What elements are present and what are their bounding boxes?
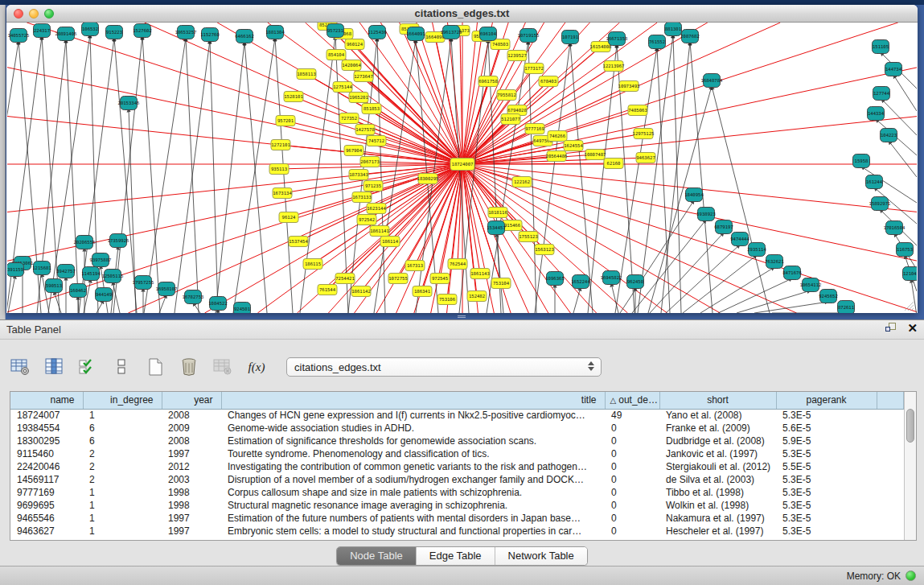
graph-node[interactable]: 935113: [269, 164, 289, 175]
graph-node[interactable]: 967904: [344, 146, 363, 156]
tab-edge-table[interactable]: Edge Table: [417, 547, 495, 565]
graph-node[interactable]: 851853: [362, 104, 381, 114]
graph-node[interactable]: 121045: [903, 267, 918, 281]
graph-node[interactable]: 7485063: [628, 105, 647, 116]
graph-node[interactable]: 186114: [380, 237, 400, 247]
graph-node[interactable]: 753106: [437, 295, 457, 305]
graph-node[interactable]: 1861141: [370, 226, 389, 237]
graph-node[interactable]: 1652244: [571, 275, 590, 289]
graph-node[interactable]: 16671358: [606, 32, 629, 46]
column-header-name[interactable]: name: [10, 392, 83, 409]
graph-node[interactable]: 391159: [7, 263, 24, 277]
graph-node[interactable]: 104223: [881, 129, 897, 142]
graph-node[interactable]: 107191: [562, 31, 579, 44]
graph-node[interactable]: 1534457: [487, 221, 506, 235]
graph-node[interactable]: 106532: [82, 23, 99, 36]
graph-node[interactable]: 2087682: [680, 30, 700, 43]
graph-node[interactable]: 971235: [363, 181, 383, 192]
graph-node[interactable]: 144734: [885, 63, 902, 76]
table-row[interactable]: 911546021997Tourette syndrome. Phenomeno…: [10, 447, 903, 460]
graph-node[interactable]: 18300295: [417, 174, 439, 184]
graph-node[interactable]: 1881304: [265, 26, 285, 39]
graph-node[interactable]: 1873343: [349, 170, 368, 180]
graph-node[interactable]: 20153346: [118, 97, 140, 110]
graph-node[interactable]: 1623144: [367, 204, 386, 214]
graph-node[interactable]: 957201: [276, 116, 295, 126]
graph-node[interactable]: 1084522: [208, 297, 228, 311]
graph-node[interactable]: 3942757: [56, 265, 76, 278]
graph-node[interactable]: 144334: [868, 107, 885, 121]
graph-node[interactable]: 590513: [46, 279, 63, 293]
graph-node[interactable]: 9474444: [730, 233, 749, 246]
graph-node[interactable]: 10653257: [175, 26, 197, 39]
graph-node[interactable]: 96124: [279, 212, 298, 223]
graph-node[interactable]: 1528101: [284, 92, 303, 102]
graph-node[interactable]: 186341: [413, 286, 432, 297]
graph-node[interactable]: 15958: [853, 154, 870, 168]
graph-node[interactable]: 7632621: [765, 255, 784, 269]
graph-node[interactable]: 16848784: [701, 74, 724, 88]
graph-node[interactable]: 10654112: [800, 278, 822, 292]
column-header-short[interactable]: short: [659, 392, 776, 409]
graph-node[interactable]: 8471676: [782, 266, 802, 280]
graph-node[interactable]: 14055725: [8, 29, 30, 43]
graph-node[interactable]: 678403: [539, 76, 558, 87]
graph-node[interactable]: 972542: [357, 215, 376, 225]
graph-node[interactable]: 152482: [467, 291, 487, 302]
graph-node[interactable]: 1840954: [684, 188, 704, 202]
column-header-year[interactable]: year: [162, 392, 221, 409]
graph-node[interactable]: 6879197: [714, 220, 733, 234]
function-builder-icon[interactable]: f(x): [244, 355, 269, 379]
graph-node[interactable]: 161244: [866, 175, 883, 189]
graph-node[interactable]: 1858113: [297, 69, 316, 80]
graph-node[interactable]: 20206556: [74, 236, 96, 249]
graph-node[interactable]: 224317: [34, 24, 51, 38]
table-row[interactable]: 1938455462009Genome-wide association stu…: [10, 422, 903, 435]
graph-node[interactable]: 1145194: [81, 267, 101, 281]
graph-node[interactable]: 1420064: [342, 60, 361, 71]
graph-node[interactable]: 1272101: [271, 140, 290, 150]
table-row[interactable]: 1830029562008Estimation of significance …: [10, 435, 903, 447]
graph-node[interactable]: 1861143: [470, 269, 490, 279]
column-header-out-de-[interactable]: △out_de…: [605, 392, 659, 409]
scrollbar-thumb[interactable]: [906, 409, 914, 443]
graph-node[interactable]: 12505115: [102, 270, 124, 283]
graph-node[interactable]: 17016504: [884, 221, 906, 235]
graph-node[interactable]: 854104: [326, 50, 346, 60]
network-graph[interactable]: 1830029522406896012485410414200641273647…: [7, 23, 917, 313]
graph-node[interactable]: 2067173: [360, 157, 380, 167]
graph-node[interactable]: 186115: [303, 259, 322, 270]
graph-node[interactable]: 1275144: [333, 82, 352, 93]
graph-node[interactable]: 696104: [480, 27, 497, 41]
graph-node[interactable]: 10719155: [518, 29, 540, 43]
graph-node[interactable]: 972545: [430, 274, 450, 284]
graph-node[interactable]: 10973493: [618, 81, 640, 92]
graph-node[interactable]: 1563123: [535, 245, 554, 255]
graph-node[interactable]: 93975887: [90, 253, 112, 267]
graph-node[interactable]: 19613729: [441, 26, 462, 39]
graph-node[interactable]: 761552: [649, 35, 666, 49]
graph-node[interactable]: 127744: [873, 87, 890, 101]
graph-node[interactable]: 16958107: [156, 282, 178, 296]
graph-node[interactable]: 1861142: [351, 286, 371, 297]
graph-node[interactable]: 16782753: [183, 290, 204, 304]
graph-node[interactable]: 1965201: [349, 93, 368, 103]
graph-node[interactable]: 12213967: [603, 61, 625, 72]
graph-node[interactable]: 753104: [491, 278, 511, 289]
graph-node[interactable]: 1125436: [368, 26, 387, 39]
graph-node[interactable]: 1664091: [406, 27, 425, 41]
table-row[interactable]: 1872400712008Changes of HCN gene express…: [10, 409, 903, 422]
graph-node[interactable]: 1273647: [354, 72, 373, 82]
graph-node[interactable]: 7955812: [497, 90, 516, 101]
graph-node[interactable]: 167313: [405, 261, 425, 271]
column-header-pagerank[interactable]: pagerank: [776, 392, 877, 409]
graph-node[interactable]: 10807487: [585, 150, 606, 160]
close-panel-icon[interactable]: ✕: [907, 323, 918, 334]
resize-grip[interactable]: [903, 300, 914, 311]
graph-node[interactable]: 872611: [838, 301, 855, 314]
graph-node[interactable]: 1673134: [273, 188, 292, 199]
graph-node[interactable]: 746266: [548, 131, 567, 142]
graph-node[interactable]: 881301: [665, 23, 682, 36]
graph-node[interactable]: 151105: [873, 40, 889, 54]
graph-node[interactable]: 9777169: [525, 124, 544, 134]
